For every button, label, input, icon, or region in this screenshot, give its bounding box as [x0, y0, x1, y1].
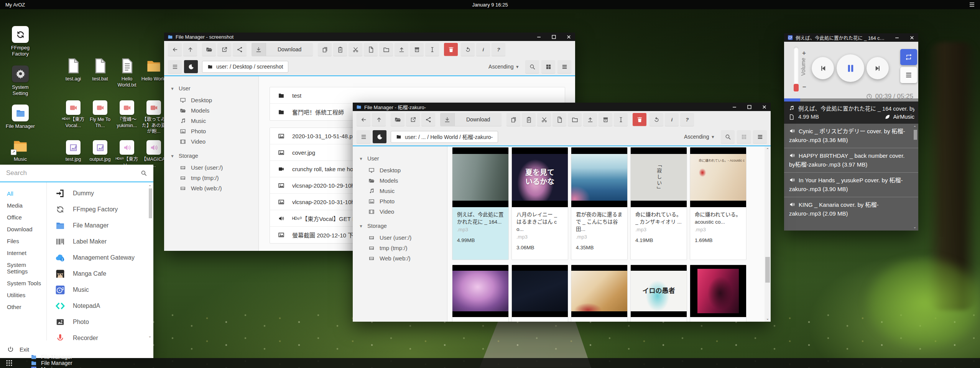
category-item[interactable]: Office	[0, 211, 46, 223]
app-list-item[interactable]: Manga Cafe	[55, 266, 146, 282]
desktop-file-icon[interactable]: 『雪峰～yukimin...	[113, 100, 140, 135]
category-item[interactable]: Other	[0, 301, 46, 313]
desktop-app-icon[interactable]: File Manager	[3, 105, 38, 129]
toolbar-button[interactable]	[391, 113, 404, 126]
taskbar-item[interactable]: File Manager	[31, 354, 109, 360]
sidebar-item[interactable]: Photo	[359, 196, 447, 206]
sidebar-item[interactable]: Music	[170, 116, 258, 126]
minimize-button[interactable]	[894, 35, 900, 41]
system-brand[interactable]: My ArOZ	[5, 2, 25, 8]
sidebar-group-storage[interactable]: ▾Storage	[170, 153, 258, 159]
desktop-file-icon[interactable]: 【歌ってみた】あの夏が飽...	[140, 100, 167, 135]
topbar-hamburger-icon[interactable]	[968, 1, 975, 8]
scroll-down-icon[interactable]: ⌄	[766, 316, 769, 321]
close-button[interactable]	[909, 35, 915, 41]
sidebar-item[interactable]: Photo	[170, 126, 258, 136]
sidebar-group-storage[interactable]: ▾Storage	[359, 223, 447, 229]
toolbar-button[interactable]	[202, 43, 216, 56]
toolbar-button[interactable]	[217, 43, 231, 56]
toolbar-button[interactable]	[410, 43, 424, 56]
toolbar-button[interactable]	[461, 43, 475, 56]
toolbar-button[interactable]	[406, 113, 420, 126]
grid-file-cell[interactable]: イロの愚者 妄想感傷代償連盟	[630, 265, 687, 322]
category-item[interactable]: Download	[0, 223, 46, 235]
toolbar-button[interactable]	[614, 113, 628, 126]
app-launcher-button[interactable]	[5, 359, 13, 367]
volume-slider-thumb[interactable]	[794, 84, 799, 92]
titlebar[interactable]: File Manager - 柘榴-zakuro-	[353, 103, 771, 111]
search-button[interactable]	[525, 60, 539, 73]
minimize-button[interactable]	[732, 104, 737, 110]
pause-button[interactable]	[837, 54, 864, 82]
dark-mode-toggle[interactable]	[184, 60, 198, 73]
delete-button[interactable]	[633, 113, 646, 126]
toolbar-button[interactable]	[552, 113, 566, 126]
previous-track-button[interactable]	[812, 57, 834, 79]
breadcrumb[interactable]: user: / ... / Hello World / 柘榴-zakuro-	[391, 131, 498, 143]
sidebar-item[interactable]: Models	[359, 175, 447, 186]
category-item[interactable]: Utilities	[0, 289, 46, 301]
sidebar-item[interactable]: User (user:/)	[170, 162, 258, 173]
sidebar-item[interactable]: Web (web:/)	[359, 253, 447, 263]
sidebar-item[interactable]: User (user:/)	[359, 232, 447, 243]
app-list-item[interactable]: Music	[55, 282, 146, 298]
sidebar-item[interactable]: Web (web:/)	[170, 183, 258, 193]
playlist-item[interactable]: Cynic _ ポリスピカデリー cover. by 柘榴-zakuro-.mp…	[784, 124, 918, 148]
app-list-item[interactable]: Label Maker	[55, 234, 146, 250]
app-list-item[interactable]: File Manager	[55, 218, 146, 234]
toolbar-button[interactable]	[583, 113, 597, 126]
desktop-file-icon[interactable]: ᴴᴰ⁶⁰【東方Vocal...	[60, 100, 87, 135]
desktop-file-icon[interactable]: test.bat	[87, 57, 113, 88]
sidebar-group-user[interactable]: ▾User	[359, 155, 447, 162]
desktop-app-icon[interactable]: FFmpeg Factory	[3, 26, 38, 57]
toolbar-button[interactable]	[568, 113, 582, 126]
close-button[interactable]	[761, 104, 767, 110]
grid-view-button[interactable]	[737, 130, 751, 143]
app-list-item[interactable]: FFmpeg Factory	[55, 201, 146, 218]
sidebar-group-user[interactable]: ▾User	[170, 85, 258, 92]
toolbar-button[interactable]	[372, 113, 386, 126]
search-input[interactable]	[6, 169, 136, 177]
scrollbar[interactable]: ⌃ ⌄	[765, 146, 771, 322]
search-button[interactable]	[721, 130, 735, 143]
grid-file-cell[interactable]: 「寂しい」 命に嫌われている。 _ カンザキイオリ ... .mp3 4.19M…	[630, 147, 687, 260]
next-track-button[interactable]	[867, 57, 889, 79]
list-view-button[interactable]	[753, 130, 767, 143]
titlebar[interactable]: File Manager - screenshot	[164, 33, 575, 41]
toolbar-button[interactable]	[233, 43, 247, 56]
playlist-scrollbar[interactable]: ⌃⌄	[912, 124, 918, 230]
file-row[interactable]: test	[270, 87, 565, 104]
playlist-item[interactable]: KING _ Kanaria cover. by 柘榴-zakuro-.mp3 …	[784, 197, 918, 221]
category-item[interactable]: Media	[0, 200, 46, 211]
toolbar-button[interactable]	[349, 43, 362, 56]
taskbar-item[interactable]: Music	[31, 366, 109, 368]
toolbar-button[interactable]	[168, 43, 182, 56]
toolbar-button[interactable]	[537, 113, 551, 126]
toolbar-button[interactable]	[599, 113, 612, 126]
category-item[interactable]: Internet	[0, 247, 46, 259]
category-item[interactable]: Files	[0, 235, 46, 247]
sidebar-item[interactable]: Desktop	[170, 95, 258, 105]
sidebar-item[interactable]: Music	[359, 186, 447, 196]
desktop-file-icon[interactable]: Hello World	[140, 57, 167, 88]
toolbar-button[interactable]	[357, 113, 370, 126]
volume-up[interactable]: +	[802, 49, 806, 57]
delete-button[interactable]	[444, 43, 458, 56]
grid-file-cell[interactable]: 蕾と葉桜 _ 青木月	[571, 265, 628, 322]
dark-mode-toggle[interactable]	[373, 130, 386, 143]
grid-file-cell[interactable]: 声 _ HarryP cover	[511, 265, 568, 322]
sidebar-item[interactable]: Desktop	[359, 165, 447, 175]
toolbar-button[interactable]: i	[476, 43, 490, 56]
sort-dropdown[interactable]: Ascending▾	[488, 64, 518, 70]
app-list-item[interactable]: Management Gateway	[55, 250, 146, 266]
toolbar-button[interactable]: ?	[680, 113, 694, 126]
grid-file-cell[interactable]: 命に嫌われている。- Acoustic c 命に嫌われている。acoustic …	[690, 147, 747, 260]
titlebar[interactable]: 例えば、今此処に置かれた花に _ 164 c…	[784, 33, 918, 42]
toolbar-button[interactable]	[364, 43, 378, 56]
app-list-item[interactable]: Photo	[55, 314, 146, 330]
close-button[interactable]	[566, 34, 572, 40]
search-icon[interactable]	[140, 170, 147, 177]
grid-file-cell[interactable]: 幽霊東京 _ Ayase	[690, 265, 747, 322]
desktop-file-icon[interactable]: test.agi	[60, 57, 87, 88]
repeat-button[interactable]	[900, 49, 917, 65]
